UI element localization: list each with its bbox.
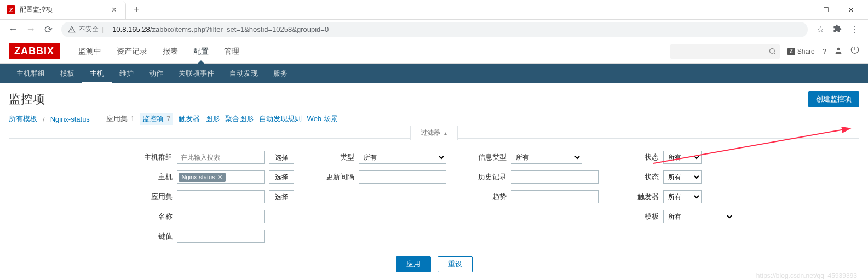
user-icon[interactable] (834, 46, 843, 56)
label-interval: 更新间隔 (316, 172, 354, 182)
select-state[interactable]: 所有 (663, 170, 702, 184)
input-history[interactable] (511, 170, 599, 184)
reset-button[interactable]: 重设 (438, 256, 473, 272)
menu-icon[interactable]: ⋮ (850, 24, 859, 35)
browser-address-bar: ← → ⟳ 不安全 | 10.8.165.28/zabbix/items.php… (0, 20, 868, 39)
new-tab-button[interactable]: + (126, 4, 147, 15)
label-state: 状态 (620, 172, 659, 182)
select-infotype[interactable]: 所有 (511, 151, 582, 164)
tab-close-icon[interactable]: × (110, 5, 119, 15)
label-history: 历史记录 (468, 172, 507, 182)
share-button[interactable]: Z Share (787, 48, 815, 55)
pick-host-button[interactable]: 选择 (269, 170, 294, 184)
label-application: 应用集 (134, 192, 173, 202)
label-template: 模板 (620, 212, 659, 221)
crumb-nginx-status[interactable]: Nginx-status (50, 115, 90, 123)
back-button[interactable]: ← (4, 21, 22, 38)
window-maximize-icon[interactable]: ☐ (813, 2, 838, 18)
reload-button[interactable]: ⟳ (39, 21, 57, 38)
input-key[interactable] (177, 230, 265, 243)
insecure-badge[interactable]: 不安全 | (68, 25, 107, 34)
crumb-sep: / (43, 115, 45, 123)
help-icon[interactable]: ? (823, 47, 826, 55)
label-hostgroup: 主机群组 (134, 152, 173, 162)
browser-tab[interactable]: Z 配置监控项 × (0, 1, 126, 19)
tag-remove-icon[interactable]: ✕ (217, 174, 222, 181)
crumb-items[interactable]: 监控项 7 (140, 113, 173, 125)
extensions-icon[interactable] (833, 24, 842, 35)
nav-reports[interactable]: 报表 (155, 40, 186, 63)
sub-nav: 主机群组 模板 主机 维护 动作 关联项事件 自动发现 服务 (0, 64, 868, 83)
label-type: 类型 (316, 152, 354, 162)
header-search[interactable] (670, 44, 780, 59)
select-type[interactable]: 所有 (359, 151, 446, 164)
logout-icon[interactable] (850, 46, 859, 56)
browser-tabstrip: Z 配置监控项 × + — ☐ ✕ (0, 0, 868, 20)
search-input[interactable] (670, 44, 780, 59)
top-nav: 监测中 资产记录 报表 配置 管理 (71, 40, 247, 63)
window-close-icon[interactable]: ✕ (838, 2, 864, 18)
url-text: 10.8.165.28/zabbix/items.php?filter_set=… (112, 25, 329, 33)
subnav-maintenance[interactable]: 维护 (112, 64, 141, 83)
label-host: 主机 (134, 172, 173, 182)
crumb-discovery-rules[interactable]: 自动发现规则 (259, 114, 302, 124)
nav-administration[interactable]: 管理 (216, 40, 247, 63)
crumb-triggers[interactable]: 触发器 (179, 114, 200, 124)
label-infotype: 信息类型 (468, 152, 507, 162)
search-icon (768, 47, 777, 55)
bookmark-icon[interactable]: ☆ (817, 24, 824, 35)
select-template[interactable]: 所有 (663, 210, 734, 223)
warning-icon (68, 26, 76, 33)
url-input[interactable]: 不安全 | 10.8.165.28/zabbix/items.php?filte… (61, 22, 808, 37)
zabbix-logo[interactable]: ZABBIX (9, 43, 60, 59)
subnav-services[interactable]: 服务 (266, 64, 295, 83)
label-name: 名称 (134, 212, 173, 221)
label-key: 键值 (134, 231, 173, 241)
tab-title: 配置监控项 (20, 5, 110, 14)
label-trends: 趋势 (468, 192, 507, 202)
crumb-applications[interactable]: 应用集 1 (106, 114, 135, 124)
filter-toggle[interactable]: 过滤器 (410, 126, 458, 140)
input-interval[interactable] (359, 170, 446, 184)
window-minimize-icon[interactable]: — (788, 2, 813, 18)
subnav-templates[interactable]: 模板 (53, 64, 82, 83)
input-name[interactable] (177, 210, 265, 223)
create-item-button[interactable]: 创建监控项 (808, 91, 859, 107)
nav-monitoring[interactable]: 监测中 (71, 40, 109, 63)
subnav-discovery[interactable]: 自动发现 (222, 64, 266, 83)
subnav-correlation[interactable]: 关联项事件 (171, 64, 222, 83)
label-triggers: 触发器 (620, 192, 659, 202)
subnav-hosts[interactable]: 主机 (82, 64, 112, 83)
page-title: 监控项 (9, 91, 45, 107)
input-hostgroup[interactable] (177, 151, 265, 164)
window-controls: — ☐ ✕ (788, 2, 868, 18)
apply-button[interactable]: 应用 (396, 256, 431, 272)
watermark: https://blog.csdn.net/qq_45939393 (756, 272, 857, 279)
select-triggers[interactable]: 所有 (663, 190, 702, 203)
pick-application-button[interactable]: 选择 (269, 190, 294, 203)
pick-hostgroup-button[interactable]: 选择 (269, 151, 294, 164)
select-status[interactable]: 所有 (663, 151, 702, 164)
nav-inventory[interactable]: 资产记录 (109, 40, 155, 63)
filter-panel: 过滤器 主机群组 选择 主机 Nginx-status ✕ 选择 应用集 选择 (9, 138, 859, 279)
crumb-web[interactable]: Web 场景 (307, 114, 338, 124)
input-application[interactable] (177, 190, 265, 203)
crumb-graphs[interactable]: 图形 (205, 114, 220, 124)
svg-point-1 (837, 48, 840, 50)
tab-favicon-icon: Z (7, 5, 15, 14)
crumb-all-templates[interactable]: 所有模板 (9, 114, 37, 124)
nav-configuration[interactable]: 配置 (186, 40, 216, 63)
input-host[interactable]: Nginx-status ✕ (177, 170, 265, 184)
forward-button: → (22, 21, 39, 38)
page-title-row: 监控项 创建监控项 (0, 83, 868, 113)
input-trends[interactable] (511, 190, 599, 203)
subnav-hostgroups[interactable]: 主机群组 (9, 64, 53, 83)
share-badge-icon: Z (787, 48, 795, 55)
svg-point-0 (769, 48, 774, 53)
label-status: 状态 (620, 152, 659, 162)
subnav-actions[interactable]: 动作 (141, 64, 171, 83)
app-header: ZABBIX 监测中 资产记录 报表 配置 管理 Z Share ? (0, 39, 868, 64)
host-tag: Nginx-status ✕ (179, 173, 226, 182)
crumb-screens[interactable]: 聚合图形 (225, 114, 254, 124)
